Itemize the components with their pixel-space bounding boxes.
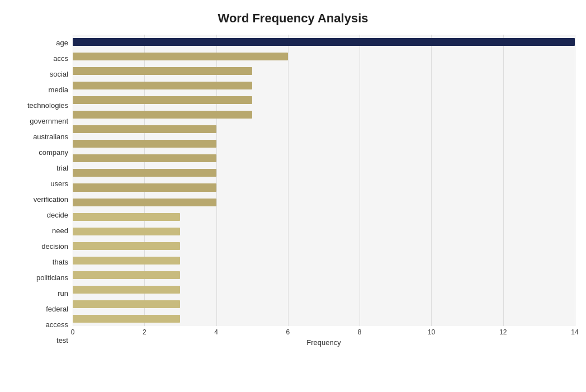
bar	[73, 67, 252, 75]
y-label: decision	[11, 243, 68, 250]
bar-row	[73, 136, 575, 151]
y-label: social	[11, 70, 68, 78]
bar	[73, 38, 575, 46]
bar	[73, 199, 216, 206]
bar	[73, 82, 252, 89]
x-tick: 8	[358, 328, 362, 336]
bar	[73, 286, 180, 294]
grid-line	[575, 35, 575, 326]
bar	[73, 169, 216, 177]
bar	[73, 213, 180, 221]
x-tick: 12	[499, 328, 507, 336]
bar-row	[73, 224, 575, 239]
bar	[73, 257, 180, 265]
bar-row	[73, 151, 575, 166]
y-label: verification	[11, 196, 68, 203]
bar-row	[73, 210, 575, 224]
bar	[73, 315, 180, 323]
bar	[73, 96, 252, 104]
y-label: age	[11, 39, 68, 46]
bar	[73, 140, 216, 148]
bar	[73, 228, 180, 235]
bar	[73, 53, 288, 60]
chart-title: Word Frequency Analysis	[11, 11, 575, 26]
y-label: access	[11, 321, 68, 328]
x-tick: 6	[286, 328, 290, 336]
bar	[73, 271, 180, 279]
y-label: run	[11, 290, 68, 297]
y-label: trial	[11, 164, 68, 172]
y-label: users	[11, 180, 68, 187]
bar	[73, 300, 180, 308]
bar-row	[73, 78, 575, 93]
y-label: media	[11, 86, 68, 93]
y-label: federal	[11, 305, 68, 313]
y-label: government	[11, 117, 68, 125]
bar-row	[73, 93, 575, 107]
y-label: australians	[11, 133, 68, 140]
bar	[73, 183, 216, 191]
x-tick: 2	[143, 328, 146, 336]
bar-row	[73, 64, 575, 78]
chart-area: ageaccssocialmediatechnologiesgovernment…	[11, 35, 575, 348]
y-label: need	[11, 227, 68, 234]
bars-area	[73, 35, 575, 326]
x-axis: 02468101214 Frequency	[73, 326, 575, 348]
bar-row	[73, 166, 575, 180]
bar-row	[73, 297, 575, 311]
bar-row	[73, 253, 575, 268]
y-label: company	[11, 149, 68, 156]
y-label: politicians	[11, 274, 68, 281]
y-label: decide	[11, 211, 68, 219]
bar-row	[73, 195, 575, 210]
bar	[73, 242, 180, 250]
bar	[73, 111, 252, 119]
bar-row	[73, 107, 575, 122]
bar-row	[73, 180, 575, 195]
bar-row	[73, 35, 575, 49]
x-tick: 4	[214, 328, 218, 336]
bar-row	[73, 122, 575, 136]
x-tick: 0	[71, 328, 75, 336]
bar-row	[73, 311, 575, 326]
bar	[73, 125, 216, 133]
bar-row	[73, 49, 575, 64]
y-label: thats	[11, 258, 68, 266]
y-label: technologies	[11, 102, 68, 109]
bar-row	[73, 268, 575, 282]
bar-row	[73, 282, 575, 297]
y-axis: ageaccssocialmediatechnologiesgovernment…	[11, 35, 73, 348]
bars-and-xaxis: 02468101214 Frequency	[73, 35, 575, 348]
chart-container: Word Frequency Analysis ageaccssocialmed…	[0, 0, 586, 392]
y-label: accs	[11, 55, 68, 62]
bar	[73, 154, 216, 162]
x-tick: 10	[428, 328, 435, 336]
y-label: test	[11, 337, 68, 344]
bar-row	[73, 239, 575, 253]
x-axis-label: Frequency	[73, 338, 575, 347]
x-tick: 14	[571, 328, 578, 336]
